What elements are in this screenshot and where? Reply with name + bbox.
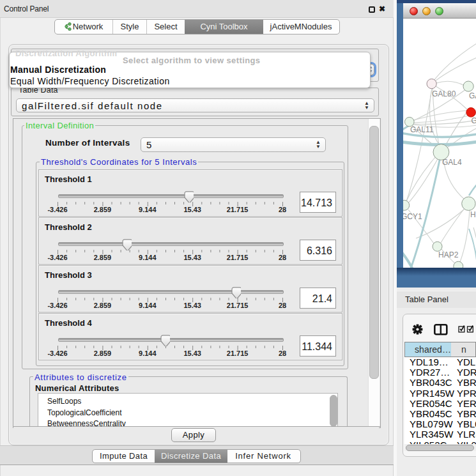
svg-text:G: G <box>472 116 476 125</box>
svg-text:GCY1: GCY1 <box>403 212 422 221</box>
svg-text:GA: GA <box>469 91 476 100</box>
svg-text:GAL80: GAL80 <box>432 89 456 98</box>
svg-text:H: H <box>470 210 476 219</box>
svg-text:GAL11: GAL11 <box>410 125 434 134</box>
svg-text:GAL4: GAL4 <box>442 158 462 167</box>
svg-text:HAP2: HAP2 <box>438 250 459 259</box>
